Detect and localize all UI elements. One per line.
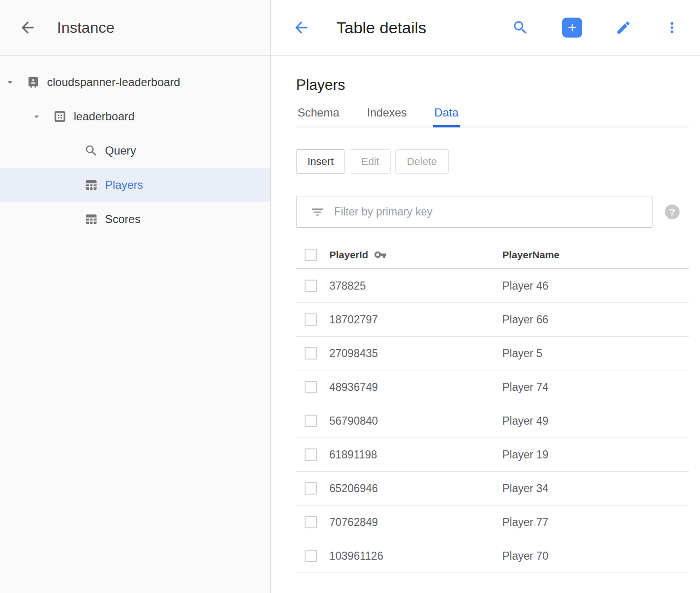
delete-button[interactable]: Delete xyxy=(395,149,449,174)
row-checkbox[interactable] xyxy=(305,280,317,292)
table-row[interactable]: 56790840 Player 49 xyxy=(296,404,689,438)
help-icon[interactable]: ? xyxy=(665,204,680,219)
table-row[interactable]: 70762849 Player 77 xyxy=(296,506,689,539)
tree-label-players: Players xyxy=(105,178,143,192)
filter-box xyxy=(296,196,652,228)
edit-button[interactable]: Edit xyxy=(350,149,391,174)
table-details-content: Players Schema Indexes Data Insert Edit … xyxy=(271,56,700,573)
table-details-header: Table details xyxy=(271,0,700,56)
tree-item-table-players[interactable]: Players xyxy=(0,168,270,202)
cell-playerid: 103961126 xyxy=(329,550,502,563)
column-header-playername: PlayerName xyxy=(502,249,689,261)
back-arrow-icon xyxy=(292,19,310,37)
cell-playername: Player 74 xyxy=(502,381,689,394)
tab-schema[interactable]: Schema xyxy=(296,106,341,126)
tree-item-database[interactable]: leaderboard xyxy=(0,99,270,134)
select-all-checkbox[interactable] xyxy=(305,249,317,261)
filter-input[interactable] xyxy=(334,205,646,218)
table-row[interactable]: 378825 Player 46 xyxy=(296,269,689,303)
cell-playerid: 18702797 xyxy=(329,313,502,326)
tree-item-table-scores[interactable]: Scores xyxy=(0,202,270,236)
row-checkbox[interactable] xyxy=(305,381,317,393)
table-row[interactable]: 27098435 Player 5 xyxy=(296,337,689,370)
page-title: Table details xyxy=(336,19,426,37)
tree-label-scores: Scores xyxy=(105,213,141,226)
cell-playername: Player 49 xyxy=(502,415,689,428)
cell-playerid: 378825 xyxy=(329,280,502,292)
table-row[interactable]: 65206946 Player 34 xyxy=(296,472,689,506)
search-icon xyxy=(84,143,99,158)
table-icon xyxy=(84,212,99,227)
search-button[interactable] xyxy=(512,19,529,36)
tab-bar: Schema Indexes Data xyxy=(296,106,689,127)
tab-data[interactable]: Data xyxy=(433,106,460,126)
edit-schema-button[interactable] xyxy=(615,19,632,36)
table-name-heading: Players xyxy=(296,77,689,94)
sidebar: Instance cloudspanner-leaderboard xyxy=(0,0,271,593)
insert-button[interactable]: Insert xyxy=(296,149,345,174)
cell-playerid: 70762849 xyxy=(329,516,502,529)
tree-label-instance: cloudspanner-leaderboard xyxy=(47,76,180,89)
column-header-playerid: PlayerId xyxy=(329,248,502,261)
cell-playername: Player 19 xyxy=(502,448,689,461)
row-action-toolbar: Insert Edit Delete xyxy=(296,149,689,174)
table-row[interactable]: 18702797 Player 66 xyxy=(296,303,689,337)
plus-icon xyxy=(566,21,578,34)
caret-down-icon[interactable] xyxy=(4,76,16,88)
primary-key-icon xyxy=(374,248,387,261)
row-checkbox[interactable] xyxy=(305,313,317,326)
column-header-label: PlayerId xyxy=(329,249,368,261)
back-arrow-icon xyxy=(19,19,37,37)
more-options-button[interactable] xyxy=(665,20,679,35)
create-table-button[interactable] xyxy=(562,18,582,38)
cell-playerid: 27098435 xyxy=(329,347,502,360)
table-row[interactable]: 48936749 Player 74 xyxy=(296,370,689,404)
cell-playername: Player 5 xyxy=(502,347,689,360)
tree-item-query[interactable]: Query xyxy=(0,134,270,168)
caret-down-icon[interactable] xyxy=(30,110,43,123)
tree-item-instance[interactable]: cloudspanner-leaderboard xyxy=(0,65,270,99)
row-checkbox[interactable] xyxy=(305,448,317,461)
explorer-tree: cloudspanner-leaderboard leaderboard xyxy=(0,56,270,236)
table-icon xyxy=(84,177,99,193)
cell-playername: Player 77 xyxy=(502,516,689,529)
data-table: PlayerId PlayerName 378825 Player 46 187… xyxy=(296,241,689,573)
table-header-row: PlayerId PlayerName xyxy=(296,241,689,269)
row-checkbox[interactable] xyxy=(305,415,317,427)
filter-list-icon xyxy=(310,205,325,219)
header-back-button[interactable] xyxy=(292,18,311,37)
app-window: Instance cloudspanner-leaderboard xyxy=(0,0,700,593)
cell-playerid: 56790840 xyxy=(329,415,502,428)
cell-playername: Player 66 xyxy=(502,313,689,326)
main-panel: Table details xyxy=(271,0,700,593)
cell-playername: Player 46 xyxy=(502,280,689,292)
pencil-icon xyxy=(615,19,632,36)
cell-playerid: 65206946 xyxy=(329,482,502,495)
filter-row: ? xyxy=(296,196,689,228)
row-checkbox[interactable] xyxy=(305,347,317,360)
row-checkbox[interactable] xyxy=(305,516,317,528)
sidebar-back-button[interactable] xyxy=(18,18,37,37)
instance-icon xyxy=(26,75,41,90)
search-icon xyxy=(512,19,529,36)
row-checkbox[interactable] xyxy=(305,550,317,562)
table-row[interactable]: 61891198 Player 19 xyxy=(296,438,689,472)
database-icon xyxy=(52,109,67,124)
sidebar-title: Instance xyxy=(57,19,115,37)
header-actions xyxy=(512,18,679,38)
tab-indexes[interactable]: Indexes xyxy=(365,106,408,126)
tree-label-database: leaderboard xyxy=(74,110,134,123)
sidebar-header: Instance xyxy=(0,0,270,56)
table-row[interactable]: 103961126 Player 70 xyxy=(296,539,689,573)
more-vert-icon xyxy=(665,20,679,35)
cell-playername: Player 34 xyxy=(502,482,689,495)
row-checkbox[interactable] xyxy=(305,482,317,495)
cell-playerid: 61891198 xyxy=(329,448,502,461)
tree-label-query: Query xyxy=(105,144,136,157)
cell-playerid: 48936749 xyxy=(329,381,502,394)
cell-playername: Player 70 xyxy=(502,550,689,563)
